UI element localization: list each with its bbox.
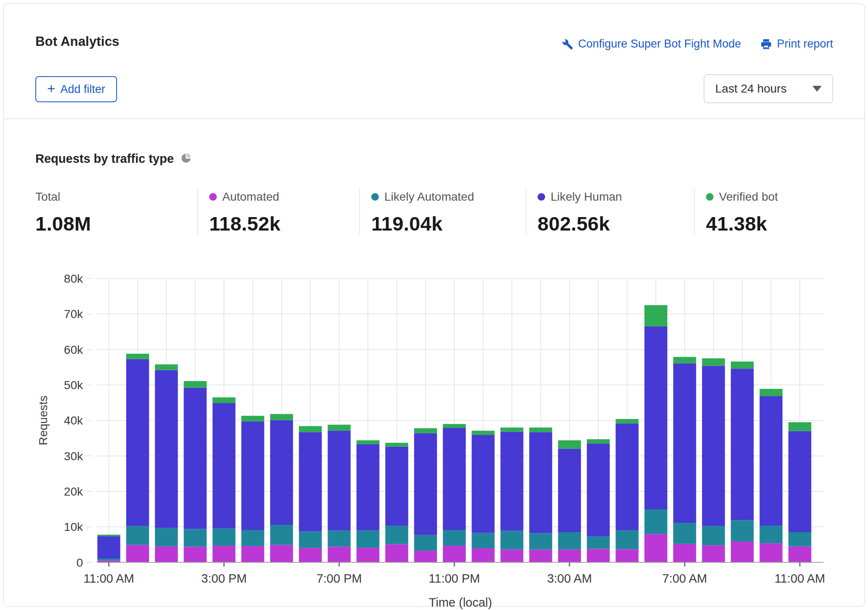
bar-segment-likely-automated[interactable]: [760, 526, 783, 543]
bar-segment-verified-bot[interactable]: [529, 427, 552, 432]
bar-segment-automated[interactable]: [357, 548, 379, 562]
bar-segment-likely-human[interactable]: [155, 370, 178, 528]
bar-segment-verified-bot[interactable]: [213, 398, 235, 403]
bar-segment-verified-bot[interactable]: [702, 358, 725, 366]
bar-segment-automated[interactable]: [760, 543, 783, 562]
bar-segment-verified-bot[interactable]: [472, 431, 495, 435]
bar-segment-automated[interactable]: [270, 545, 293, 562]
bar-segment-automated[interactable]: [702, 545, 725, 562]
bar-segment-likely-automated[interactable]: [529, 533, 552, 550]
bar-segment-likely-automated[interactable]: [788, 532, 811, 546]
bar-segment-likely-human[interactable]: [241, 422, 264, 530]
bar-segment-likely-human[interactable]: [616, 424, 639, 530]
bar-segment-likely-automated[interactable]: [443, 530, 466, 546]
bar-segment-verified-bot[interactable]: [414, 428, 437, 433]
add-filter-button[interactable]: + Add filter: [35, 76, 117, 102]
bar-segment-likely-human[interactable]: [702, 366, 725, 526]
bar-segment-verified-bot[interactable]: [328, 424, 351, 430]
configure-super-bot-fight-mode-link[interactable]: Configure Super Bot Fight Mode: [562, 37, 741, 50]
bar-segment-likely-human[interactable]: [644, 326, 667, 509]
bar-segment-verified-bot[interactable]: [299, 426, 322, 432]
bar-segment-automated[interactable]: [213, 546, 235, 562]
bar-segment-likely-automated[interactable]: [731, 520, 754, 541]
time-range-dropdown[interactable]: Last 24 hours: [704, 74, 833, 103]
bar-segment-automated[interactable]: [299, 548, 322, 562]
bar-segment-verified-bot[interactable]: [357, 440, 379, 444]
bar-segment-likely-automated[interactable]: [357, 530, 379, 548]
bar-segment-likely-automated[interactable]: [472, 533, 495, 548]
bar-segment-automated[interactable]: [673, 544, 696, 562]
bar-segment-verified-bot[interactable]: [97, 535, 120, 536]
bar-segment-automated[interactable]: [644, 534, 667, 562]
bar-segment-verified-bot[interactable]: [270, 414, 293, 420]
bar-segment-likely-human[interactable]: [788, 431, 811, 532]
bar-segment-verified-bot[interactable]: [673, 357, 696, 363]
bar-segment-verified-bot[interactable]: [616, 419, 639, 424]
bar-segment-automated[interactable]: [731, 541, 754, 562]
bar-segment-likely-automated[interactable]: [385, 526, 408, 544]
bar-segment-likely-automated[interactable]: [213, 529, 235, 546]
bar-segment-likely-human[interactable]: [184, 388, 207, 529]
bar-segment-likely-automated[interactable]: [644, 509, 667, 534]
bar-segment-likely-automated[interactable]: [299, 531, 322, 548]
bar-segment-likely-automated[interactable]: [616, 530, 639, 549]
bar-segment-likely-human[interactable]: [731, 369, 754, 520]
bar-segment-automated[interactable]: [501, 549, 523, 562]
bar-segment-likely-human[interactable]: [443, 428, 466, 530]
bar-segment-likely-automated[interactable]: [501, 531, 523, 550]
bar-segment-likely-human[interactable]: [673, 363, 696, 523]
bar-segment-automated[interactable]: [443, 546, 466, 562]
bar-segment-likely-automated[interactable]: [673, 523, 696, 544]
bar-segment-likely-human[interactable]: [385, 447, 408, 526]
bar-segment-likely-human[interactable]: [213, 403, 235, 529]
bar-segment-likely-automated[interactable]: [558, 532, 581, 549]
bar-segment-likely-human[interactable]: [587, 443, 610, 536]
bar-segment-likely-human[interactable]: [760, 396, 783, 526]
bar-segment-automated[interactable]: [184, 547, 207, 562]
print-report-link[interactable]: Print report: [760, 37, 833, 50]
bar-segment-automated[interactable]: [155, 546, 178, 562]
bar-segment-verified-bot[interactable]: [443, 424, 466, 428]
bar-segment-likely-human[interactable]: [501, 432, 523, 530]
bar-segment-likely-automated[interactable]: [184, 529, 207, 546]
bar-segment-verified-bot[interactable]: [788, 422, 811, 431]
bar-segment-automated[interactable]: [385, 544, 408, 562]
bar-segment-likely-automated[interactable]: [702, 526, 725, 546]
bar-segment-likely-human[interactable]: [529, 432, 552, 533]
bar-segment-likely-human[interactable]: [472, 435, 495, 533]
bar-segment-likely-human[interactable]: [414, 433, 437, 535]
bar-segment-verified-bot[interactable]: [385, 443, 408, 446]
bar-segment-likely-human[interactable]: [270, 420, 293, 525]
bar-segment-likely-automated[interactable]: [126, 526, 149, 545]
bar-segment-likely-human[interactable]: [299, 432, 322, 531]
bar-segment-automated[interactable]: [414, 551, 437, 562]
bar-segment-verified-bot[interactable]: [184, 381, 207, 388]
bar-segment-automated[interactable]: [328, 547, 351, 562]
bar-segment-automated[interactable]: [472, 548, 495, 562]
bar-segment-automated[interactable]: [788, 546, 811, 562]
bar-segment-automated[interactable]: [558, 549, 581, 562]
bar-segment-likely-automated[interactable]: [241, 530, 264, 546]
bar-segment-verified-bot[interactable]: [644, 305, 667, 326]
bar-segment-automated[interactable]: [587, 549, 610, 562]
bar-segment-automated[interactable]: [616, 549, 639, 562]
bar-segment-verified-bot[interactable]: [558, 440, 581, 449]
bar-segment-verified-bot[interactable]: [155, 364, 178, 370]
bar-segment-verified-bot[interactable]: [731, 361, 754, 369]
bar-segment-likely-human[interactable]: [97, 536, 120, 559]
bar-segment-likely-human[interactable]: [558, 449, 581, 532]
bar-segment-likely-automated[interactable]: [414, 535, 437, 551]
bar-segment-likely-automated[interactable]: [328, 530, 351, 547]
bar-segment-likely-human[interactable]: [357, 444, 379, 530]
bar-segment-verified-bot[interactable]: [501, 427, 523, 432]
bar-segment-automated[interactable]: [529, 549, 552, 562]
bar-segment-automated[interactable]: [126, 545, 149, 562]
bar-segment-verified-bot[interactable]: [241, 416, 264, 421]
bar-segment-automated[interactable]: [241, 546, 264, 562]
bar-segment-likely-automated[interactable]: [97, 559, 120, 560]
bar-segment-verified-bot[interactable]: [126, 354, 149, 359]
bar-segment-likely-automated[interactable]: [270, 525, 293, 545]
bar-segment-verified-bot[interactable]: [760, 389, 783, 396]
bar-segment-likely-automated[interactable]: [587, 536, 610, 549]
bar-segment-likely-human[interactable]: [328, 431, 351, 530]
